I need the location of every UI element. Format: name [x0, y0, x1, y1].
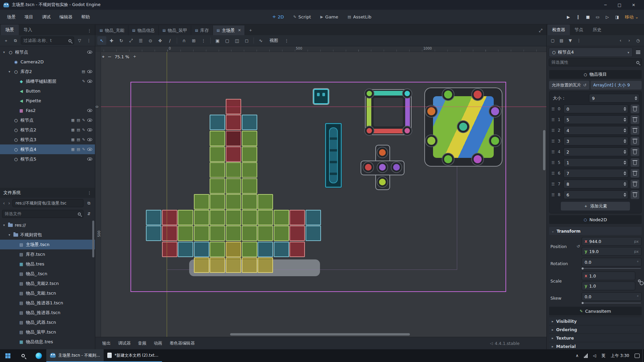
workspace-tab-game[interactable]: ▶Game	[316, 12, 342, 22]
split-view-button[interactable]: ⧉	[85, 199, 93, 207]
array-value-button[interactable]: Array[int] ( 大小 9	[591, 81, 642, 89]
horizontal-scrollbar[interactable]	[230, 333, 410, 336]
visibility-eye-icon[interactable]	[87, 51, 92, 54]
scene-node-row-10[interactable]: ○根节点4▦▤✎	[0, 144, 95, 154]
section-material[interactable]: ▸Material	[549, 342, 642, 349]
filesystem-scrollbar[interactable]	[92, 221, 94, 257]
add-node-button[interactable]: ＋	[2, 37, 10, 45]
file-row-0[interactable]: ▾res://	[0, 220, 95, 230]
drag-grip-icon[interactable]: ☰	[551, 107, 555, 111]
ungroup-button[interactable]: ◻	[242, 36, 251, 45]
revert-icon[interactable]: ↺	[577, 244, 580, 249]
drag-grip-icon[interactable]: ☰	[551, 161, 555, 165]
snap-options-menu[interactable]: ⋮	[199, 36, 208, 45]
spin-down-icon[interactable]	[624, 195, 626, 197]
dock-tab-1[interactable]: 导入	[19, 24, 37, 35]
taskbar-search-button[interactable]	[15, 349, 31, 362]
revert-icon[interactable]: ↺	[583, 83, 587, 87]
spinner-arrows[interactable]	[623, 128, 627, 132]
spin-up-icon[interactable]	[624, 139, 626, 141]
film-badge-icon[interactable]: ▤	[76, 128, 80, 132]
film-badge-icon[interactable]: ▤	[82, 69, 85, 74]
center-view-icon[interactable]: ⌖	[102, 54, 105, 60]
position-x-field[interactable]: x 944.0 px	[582, 237, 642, 246]
section-ordering[interactable]: ▸Ordering	[549, 325, 642, 334]
network-icon[interactable]	[581, 349, 590, 362]
scene-node-row-2[interactable]: ▾○库存2▤	[0, 67, 95, 76]
visibility-eye-icon[interactable]	[87, 80, 92, 83]
script-badge-icon[interactable]: ✎	[82, 79, 85, 83]
spinner-arrows[interactable]	[634, 96, 638, 100]
add-element-button[interactable]: ＋ 添加元素	[561, 202, 630, 210]
drag-grip-icon[interactable]: ☰	[551, 150, 555, 154]
dock-tab-0[interactable]: 场景	[1, 24, 19, 35]
nav-forward-button[interactable]: ›	[7, 200, 11, 206]
sort-files-button[interactable]: ⇵	[85, 210, 93, 218]
show-desktop-button[interactable]	[642, 349, 644, 362]
spinner-arrows[interactable]	[623, 193, 627, 197]
spinner-arrows[interactable]	[623, 161, 627, 165]
scene-node-row-1[interactable]: ◉Camera2D	[0, 57, 95, 67]
bottom-panel-tab-2[interactable]: 音频	[135, 339, 150, 348]
property-label-button[interactable]: 允许放置的瓦片 ↺	[549, 81, 589, 89]
movie-mode-button[interactable]: ◨	[612, 13, 622, 21]
object-properties-menu[interactable]	[634, 48, 642, 56]
position-y-field[interactable]: y 19.0 px	[582, 247, 642, 256]
script-badge-icon[interactable]: ✎	[82, 118, 85, 122]
scene-filter-input[interactable]: 过滤器:名称、t	[21, 37, 74, 45]
menu-item-1[interactable]: 项目	[20, 12, 38, 22]
file-row-10[interactable]: ▤物品_武器.tscn	[0, 317, 95, 327]
bottom-panel-tab-3[interactable]: 动画	[150, 339, 166, 348]
close-tab-icon[interactable]: ✕	[238, 28, 241, 33]
drag-grip-icon[interactable]: ☰	[551, 171, 555, 176]
drag-grip-icon[interactable]: ☰	[551, 118, 555, 122]
visibility-eye-icon[interactable]	[87, 128, 92, 131]
history-forward-button[interactable]: ›	[625, 37, 633, 45]
spin-up-icon[interactable]	[624, 171, 626, 173]
skew-field[interactable]: 0.0 °	[582, 292, 642, 301]
history-back-button[interactable]: ‹	[616, 37, 625, 45]
new-resource-button[interactable]: ▢	[549, 37, 557, 45]
delete-element-button[interactable]	[631, 147, 639, 156]
section-texture[interactable]: ▸Texture	[549, 334, 642, 342]
workspace-tab-assetlib[interactable]: ▤AssetLib	[343, 12, 376, 22]
expand-editor-button[interactable]: ⤢	[535, 26, 546, 35]
edge-browser-button[interactable]	[31, 349, 46, 362]
spin-down-icon[interactable]	[624, 152, 626, 154]
file-row-6[interactable]: ▤物品_充能2.tscn	[0, 279, 95, 288]
smart-snap-toggle[interactable]: ∩	[179, 36, 189, 45]
file-row-12[interactable]: ▦物品信息.tres	[0, 337, 95, 347]
select-tool[interactable]: ↖	[97, 36, 106, 45]
edited-node-selector[interactable]: ○ 根节点4 ▾	[549, 48, 633, 57]
spin-down-icon[interactable]	[624, 184, 626, 186]
spin-down-icon[interactable]	[624, 120, 626, 122]
expand-arrow-icon[interactable]: ▾	[7, 70, 11, 73]
file-row-7[interactable]: ▤物品_充能.tscn	[0, 288, 95, 298]
scene-tab-1[interactable]: ▤物品信息	[128, 25, 159, 35]
filter-options-button[interactable]: ▽	[75, 37, 84, 45]
file-row-4[interactable]: ▦物品.tres	[0, 259, 95, 269]
vertical-scrollbar[interactable]	[543, 130, 545, 170]
remote-debug-button[interactable]: ▭	[593, 13, 602, 21]
taskbar-app-1[interactable]: *新建文本文档 (2).txt...	[104, 349, 162, 362]
load-resource-button[interactable]: ▤	[557, 37, 566, 45]
element-value-spinner[interactable]: 3	[564, 137, 628, 145]
element-value-spinner[interactable]: 6	[564, 190, 628, 199]
input-language-indicator[interactable]: 英	[599, 349, 608, 362]
scene-dock-menu-button[interactable]: ⋮	[84, 26, 95, 35]
spin-down-icon[interactable]	[624, 131, 626, 132]
script-badge-icon[interactable]: ✎	[82, 128, 85, 132]
rotation-slider[interactable]	[582, 268, 641, 269]
array-size-spinner[interactable]: 9	[589, 94, 639, 103]
menu-item-4[interactable]: 帮助	[77, 12, 94, 22]
group-button[interactable]: ◫	[232, 36, 241, 45]
spin-down-icon[interactable]	[624, 109, 626, 111]
spinner-arrows[interactable]	[623, 150, 627, 154]
pause-button[interactable]: ‖	[574, 13, 583, 21]
file-row-11[interactable]: ▤物品_装甲.tscn	[0, 327, 95, 337]
film-badge-icon[interactable]: ▤	[76, 118, 80, 122]
play-button[interactable]: ▶	[564, 13, 573, 21]
instance-scene-button[interactable]: ⧉	[11, 37, 19, 45]
delete-element-button[interactable]	[631, 180, 639, 188]
grid-badge-icon[interactable]: ▦	[71, 137, 74, 142]
